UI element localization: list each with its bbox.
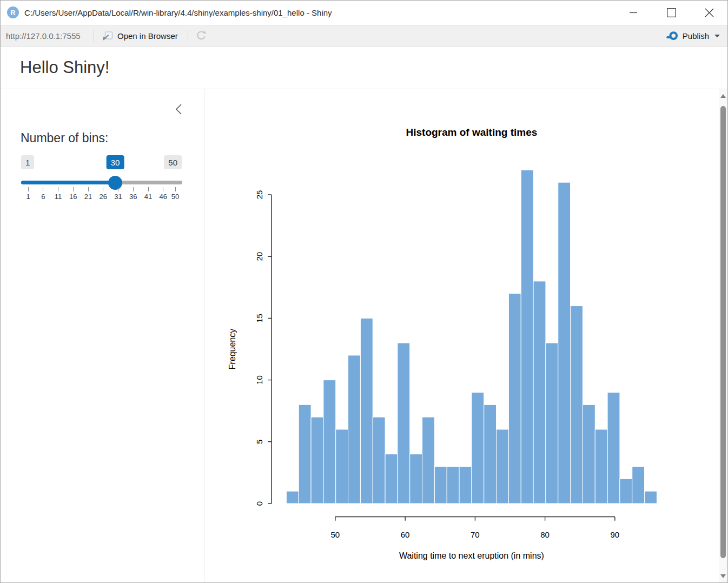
open-in-browser-icon	[101, 30, 114, 42]
x-tick-label: 60	[401, 530, 410, 539]
slider-tick-mark	[133, 187, 134, 191]
slider-tick-mark	[43, 187, 43, 191]
slider-tick-label: 11	[51, 193, 66, 201]
publish-dropdown-caret-icon[interactable]	[714, 35, 720, 37]
refresh-button[interactable]	[194, 29, 208, 43]
histogram-bar	[484, 405, 497, 504]
histogram-bar	[286, 491, 299, 504]
histogram-bar	[348, 355, 361, 504]
y-axis-label: Frequency	[228, 329, 237, 370]
histogram-bar	[533, 281, 546, 504]
sidebar-panel: Number of bins: 1 50 30 1611162126313641…	[1, 89, 204, 583]
slider-filled-track	[21, 181, 116, 184]
toolbar-separator-2	[188, 30, 188, 42]
slider-tick-mark	[88, 187, 89, 191]
histogram-bar	[398, 343, 410, 504]
maximize-button[interactable]	[664, 5, 679, 20]
slider-tick-label: 36	[125, 193, 141, 201]
histogram-bar	[434, 466, 447, 504]
slider-tick-mark	[73, 187, 74, 191]
slider-tick-mark	[103, 187, 103, 191]
chart-title: Histogram of waiting times	[406, 127, 538, 138]
histogram-bar	[607, 392, 620, 504]
sidebar-collapse-button[interactable]	[173, 102, 184, 116]
refresh-icon	[195, 30, 207, 42]
histogram-bar	[422, 417, 435, 504]
y-tick-label: 25	[255, 190, 264, 200]
x-axis-label: Waiting time to next eruption (in mins)	[399, 551, 544, 560]
histogram-bar	[583, 405, 595, 504]
y-tick-label: 15	[255, 314, 264, 323]
r-logo-letter: R	[10, 9, 15, 17]
slider-tick-label: 26	[96, 193, 111, 201]
histogram-bar	[521, 170, 533, 504]
publish-icon	[666, 30, 679, 42]
main-panel: 05101520255060708090Histogram of waiting…	[204, 89, 720, 583]
histogram-bar	[299, 405, 311, 504]
r-logo-icon: R	[7, 6, 19, 18]
close-icon	[705, 8, 714, 17]
slider-max-label: 50	[164, 155, 182, 169]
histogram-bar	[410, 454, 422, 504]
slider-tick-label: 16	[65, 193, 81, 201]
histogram-bar	[546, 343, 558, 504]
x-tick-label: 80	[540, 530, 550, 539]
histogram-bar	[595, 429, 607, 504]
publish-button[interactable]: Publish	[666, 25, 720, 46]
slider-min-label: 1	[21, 155, 34, 169]
app-url: http://127.0.0.1:7555	[6, 25, 81, 46]
open-in-browser-button[interactable]: Open in Browser	[101, 25, 178, 46]
scrollbar-up-arrow-icon[interactable]	[720, 94, 726, 98]
open-in-browser-label: Open in Browser	[117, 31, 178, 41]
histogram-bar	[472, 392, 484, 504]
slider-value-badge: 30	[107, 155, 124, 169]
histogram-bar	[571, 306, 583, 504]
title-bar: R C:/Users/User/AppData/Local/R/win-libr…	[1, 1, 727, 25]
vertical-scrollbar[interactable]	[719, 89, 727, 583]
slider-tick-mark	[163, 187, 163, 191]
histogram-bar	[323, 380, 336, 504]
slider-tick-mark	[58, 187, 58, 191]
slider-tick-label: 1	[21, 193, 36, 201]
histogram-bar	[508, 294, 521, 504]
toolbar-separator	[94, 30, 94, 42]
slider-tick-label: 21	[81, 193, 96, 201]
minimize-button[interactable]	[626, 5, 641, 20]
histogram-plot: 05101520255060708090Histogram of waiting…	[204, 89, 720, 583]
slider-tick-mark	[28, 187, 29, 191]
slider-tick-mark	[118, 187, 118, 191]
x-tick-label: 50	[331, 530, 340, 539]
histogram-bar	[620, 479, 632, 504]
x-tick-label: 90	[611, 530, 620, 539]
slider-tick-label: 50	[168, 193, 183, 201]
slider-tick-label: 6	[36, 193, 51, 201]
histogram-bar	[459, 466, 472, 504]
publish-label: Publish	[683, 31, 709, 41]
slider-tick-label: 31	[111, 193, 126, 201]
histogram-bar	[360, 318, 373, 504]
slider-handle[interactable]	[108, 176, 122, 190]
minimize-icon	[629, 8, 638, 17]
page-title: Hello Shiny!	[20, 58, 109, 77]
y-tick-label: 5	[255, 440, 264, 444]
y-tick-label: 20	[255, 252, 264, 261]
histogram-bar	[558, 182, 571, 504]
histogram-bar	[447, 466, 459, 504]
scrollbar-thumb[interactable]	[720, 106, 726, 558]
histogram-bar	[311, 417, 323, 504]
y-tick-label: 10	[255, 375, 264, 385]
toolbar: http://127.0.0.1:7555 Open in Browser Pu…	[1, 25, 727, 47]
histogram-bar	[336, 429, 348, 504]
slider-tick-mark	[175, 187, 176, 191]
slider-tick-label: 41	[141, 193, 156, 201]
chevron-left-icon	[175, 103, 182, 115]
page-header: Hello Shiny!	[1, 47, 727, 89]
app-window: R C:/Users/User/AppData/Local/R/win-libr…	[0, 0, 728, 583]
histogram-bar	[645, 491, 657, 504]
histogram-bar	[497, 429, 509, 504]
scrollbar-down-arrow-icon[interactable]	[720, 574, 726, 578]
close-button[interactable]	[701, 5, 717, 20]
x-tick-label: 70	[471, 530, 480, 539]
window-title: C:/Users/User/AppData/Local/R/win-librar…	[24, 1, 332, 25]
histogram-bar	[632, 466, 645, 504]
